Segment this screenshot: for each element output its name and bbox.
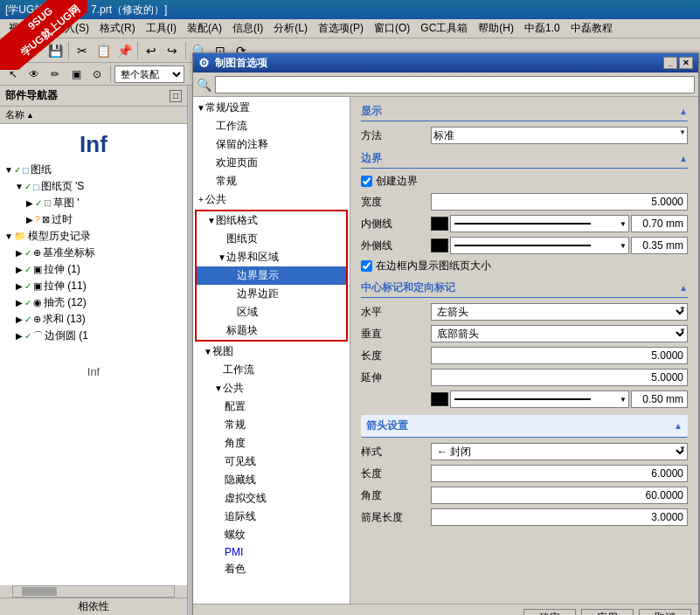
dtree-shading[interactable]: 着色 (193, 560, 350, 578)
expand-general[interactable]: ▼ (197, 103, 205, 113)
expand-drawing-format[interactable]: ▼ (207, 216, 216, 225)
dialog-tree-scroll[interactable]: ▼ 常规/设置 工作流 保留的注释 欢迎页面 常规 (193, 99, 350, 602)
dtree-pursuit-line[interactable]: 追际线 (193, 508, 350, 526)
expand-shell[interactable]: ▶ (14, 298, 24, 308)
menu-help[interactable]: 帮助(H) (473, 19, 519, 38)
dialog-minimize-btn[interactable]: _ (663, 57, 677, 69)
expand-border-region[interactable]: ▼ (218, 252, 226, 262)
dtree-sheet-page[interactable]: 图纸页 (197, 230, 346, 248)
open-btn[interactable]: 📂 (24, 41, 44, 60)
horizontal-select-wrapper[interactable]: 左箭头 (431, 303, 688, 321)
menu-zhonglei1[interactable]: 中磊1.0 (519, 19, 565, 38)
dtree-border-margin[interactable]: 边界边距 (197, 285, 346, 303)
expand-sheet[interactable]: ▼ (14, 182, 24, 192)
inner-line-color[interactable] (431, 217, 448, 231)
menu-analyze[interactable]: 分析(L) (268, 19, 313, 38)
outer-line-color[interactable] (431, 238, 448, 252)
menu-tools[interactable]: 工具(I) (141, 19, 182, 38)
arrow-angle-input[interactable] (431, 487, 688, 504)
redo-btn[interactable]: ↪ (163, 41, 182, 60)
vertical-select-wrapper[interactable]: 底部箭头 (431, 325, 688, 342)
tree-item-datum[interactable]: ▶ ✓ ⊕ 基准坐标标 (0, 245, 187, 261)
collapse-arrow-btn[interactable]: ▲ (674, 421, 683, 431)
outer-line-value[interactable] (631, 237, 688, 254)
apply-button[interactable]: 应用 (581, 609, 634, 616)
dtree-thread[interactable]: 螺纹 (193, 526, 350, 544)
collapse-display-btn[interactable]: ▲ (679, 107, 688, 116)
method-select[interactable]: 标准 (431, 127, 688, 144)
dtree-workflow1[interactable]: 工作流 (193, 117, 350, 135)
paste-btn[interactable]: 📌 (114, 41, 134, 60)
view-btn[interactable]: 👁 (24, 66, 44, 83)
expand-pub2[interactable]: ▼ (214, 384, 223, 393)
extend-input[interactable] (431, 369, 688, 386)
revolve-btn[interactable]: ⊙ (87, 66, 107, 83)
tree-item-sketch[interactable]: ▶ ✓ ⊡ 草图 ' (0, 195, 187, 211)
expand-drawings[interactable]: ▼ (3, 165, 14, 176)
dtree-workflow2[interactable]: 工作流 (193, 361, 350, 379)
length-input[interactable] (431, 347, 688, 364)
dtree-general3[interactable]: 常规 (193, 416, 350, 434)
horizontal-select[interactable]: 左箭头 (431, 303, 688, 321)
undo-btn[interactable]: ↩ (142, 41, 161, 60)
inner-line-value[interactable] (631, 215, 688, 232)
tree-item-extrude11[interactable]: ▶ ✓ ▣ 拉伸 (11) (0, 278, 187, 294)
outer-line-style[interactable]: ▼ (450, 237, 629, 254)
expand-union[interactable]: ▶ (14, 314, 24, 325)
dtree-region[interactable]: 区域 (197, 303, 346, 321)
tail-length-input[interactable] (431, 508, 688, 526)
ok-button[interactable]: 确定 (523, 609, 576, 616)
collapse-center-mark-btn[interactable]: ▲ (679, 283, 688, 293)
cut-btn[interactable]: ✂ (73, 41, 92, 60)
expand-view-section[interactable]: ▼ (204, 347, 212, 356)
dtree-kept-notes[interactable]: 保留的注释 (193, 135, 350, 154)
menu-window[interactable]: 窗口(O) (369, 19, 415, 38)
dtree-config[interactable]: 配置 (193, 397, 350, 416)
menu-view[interactable]: 视图(V) (3, 19, 49, 38)
tree-item-union[interactable]: ▶ ✓ ⊕ 求和 (13) (0, 311, 187, 328)
method-select-wrapper[interactable]: 标准 (431, 127, 688, 144)
tree-item-model-history[interactable]: ▼ 📁 模型历史记录 (0, 228, 187, 245)
show-size-checkbox[interactable] (361, 260, 372, 272)
dtree-public[interactable]: + 公共 (193, 190, 350, 209)
menu-gc[interactable]: GC工具箱 (415, 19, 473, 38)
dtree-hidden-lines[interactable]: 隐藏线 (193, 471, 350, 489)
arrow-style-wrapper[interactable]: ← 封闭 (431, 443, 688, 460)
tree-item-shell[interactable]: ▶ ✓ ◉ 抽壳 (12) (0, 294, 187, 311)
dtree-border-display[interactable]: 边界显示 (197, 266, 346, 285)
menu-insert[interactable]: 插入(S) (49, 19, 94, 38)
vertical-select[interactable]: 底部箭头 (431, 325, 688, 342)
tree-item-extrude1[interactable]: ▶ ✓ ▣ 拉伸 (1) (0, 261, 187, 278)
width-input[interactable] (431, 193, 688, 211)
extrude-btn[interactable]: ▣ (66, 66, 86, 83)
dtree-virtual-intersect[interactable]: 虚拟交线 (193, 489, 350, 508)
scrollbar-thumb[interactable] (22, 587, 57, 596)
dialog-search-input[interactable] (215, 76, 695, 93)
dtree-general-settings[interactable]: ▼ 常规/设置 (193, 99, 350, 117)
dtree-title-block[interactable]: 标题块 (197, 321, 346, 340)
cancel-button[interactable]: 取消 (639, 609, 691, 616)
tree-item-fillet[interactable]: ▶ ✓ ⌒ 边倒圆 (1 (0, 328, 187, 344)
new-btn[interactable]: 📄 (3, 41, 23, 60)
dtree-drawing-format[interactable]: ▼ 图纸格式 (197, 211, 346, 230)
select-btn[interactable]: ↖ (3, 66, 23, 83)
menu-assemble[interactable]: 装配(A) (182, 19, 227, 38)
dialog-close-btn[interactable]: ✕ (679, 57, 693, 69)
center-line-color[interactable] (431, 392, 448, 406)
expand-extrude11[interactable]: ▶ (14, 281, 24, 292)
expand-model-history[interactable]: ▼ (3, 231, 14, 242)
menu-prefs[interactable]: 首选项(P) (313, 19, 369, 38)
tree-item-outdated[interactable]: ▶ ? ⊠ 过时 (0, 211, 187, 228)
dtree-welcome[interactable]: 欢迎页面 (193, 154, 350, 172)
dtree-visible-lines[interactable]: 可见线 (193, 453, 350, 471)
tree-item-sheet[interactable]: ▼ ✓ □ 图纸页 'S (0, 178, 187, 195)
parts-tree-scrollbar[interactable] (12, 585, 175, 598)
dtree-general2[interactable]: 常规 (193, 172, 350, 190)
save-btn[interactable]: 💾 (45, 41, 65, 60)
dtree-border-region[interactable]: ▼ 边界和区域 (197, 248, 346, 266)
expand-extrude1[interactable]: ▶ (14, 265, 24, 275)
menu-format[interactable]: 格式(R) (94, 19, 141, 38)
arrow-style-select[interactable]: ← 封闭 (431, 443, 688, 460)
panel-pin-btn[interactable]: □ (170, 90, 182, 102)
menu-info[interactable]: 信息(I) (227, 19, 268, 38)
